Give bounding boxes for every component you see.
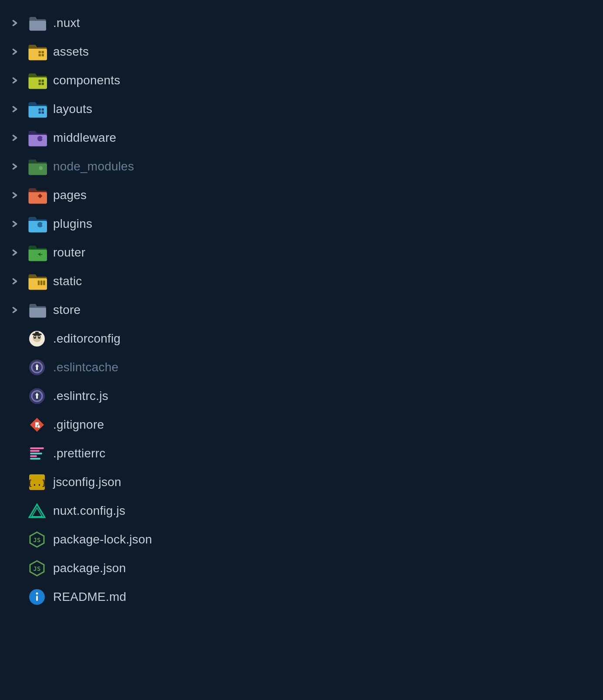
folder-icon-assets [27,42,47,62]
no-chevron [9,361,21,373]
tree-item-editorconfig[interactable]: .editorconfig [0,324,603,353]
tree-item-eslintrc[interactable]: .eslintrc.js [0,382,603,410]
folder-icon-nuxt [27,13,47,33]
svg-rect-6 [39,83,41,85]
item-label-components: components [53,73,121,88]
svg-text:JS: JS [33,565,40,572]
item-label-packagejson: package.json [53,560,126,576]
no-chevron [9,476,21,488]
svg-rect-18 [40,280,42,285]
tree-item-packagejson[interactable]: JS package.json [0,554,603,583]
tree-item-readme[interactable]: README.md [0,583,603,611]
chevron-icon [9,218,21,230]
no-chevron [9,390,21,402]
svg-rect-35 [36,395,38,399]
tree-item-router[interactable]: router [0,238,603,267]
chevron-icon [9,189,21,201]
item-label-static: static [53,273,82,289]
file-icon-packagejson: JS [27,558,47,578]
svg-point-24 [34,336,36,337]
chevron-icon [9,17,21,29]
svg-rect-27 [35,332,39,335]
item-label-jsconfig: jsconfig.json [53,474,121,490]
item-label-nuxtconfig: nuxt.config.js [53,503,125,519]
tree-item-packagelock[interactable]: JS package-lock.json [0,525,603,554]
folder-icon-router [27,243,47,263]
tree-item-gitignore[interactable]: .gitignore [0,410,603,439]
svg-rect-0 [39,51,41,53]
tree-item-middleware[interactable]: middleware [0,123,603,152]
item-label-eslintrc: .eslintrc.js [53,388,108,404]
svg-rect-19 [43,280,45,285]
tree-item-prettierrc[interactable]: .prettierrc [0,439,603,468]
tree-item-pages[interactable]: pages [0,181,603,210]
svg-rect-31 [36,367,38,370]
tree-item-static[interactable]: static [0,267,603,296]
chevron-icon [9,74,21,87]
file-icon-eslintrc [27,386,47,406]
svg-point-15 [37,222,43,227]
item-label-prettierrc: .prettierrc [53,446,105,461]
folder-icon-middleware [27,128,47,148]
file-icon-packagelock: JS [27,530,47,550]
tree-item-layouts[interactable]: layouts [0,95,603,123]
svg-rect-5 [42,80,44,82]
item-label-nuxt: .nuxt [53,15,80,31]
chevron-icon [9,304,21,316]
item-label-gitignore: .gitignore [53,417,104,433]
tree-item-components[interactable]: components [0,66,603,95]
chevron-icon [9,275,21,287]
item-label-pages: pages [53,187,87,203]
svg-rect-7 [42,83,44,85]
no-chevron [9,591,21,603]
item-label-middleware: middleware [53,130,116,146]
folder-icon-node-modules [27,157,47,177]
folder-icon-layouts [27,99,47,119]
tree-item-plugins[interactable]: plugins [0,210,603,238]
tree-item-nuxtconfig[interactable]: nuxt.config.js [0,497,603,525]
tree-item-eslintcache[interactable]: .eslintcache [0,353,603,382]
svg-rect-38 [30,450,40,452]
svg-rect-17 [38,280,40,285]
svg-rect-8 [39,108,41,110]
chevron-icon [9,160,21,173]
folder-icon-pages [27,185,47,205]
svg-marker-44 [29,504,45,517]
tree-item-assets[interactable]: assets [0,37,603,66]
no-chevron [9,419,21,431]
chevron-icon [9,132,21,144]
svg-rect-1 [42,51,44,53]
folder-icon-store [27,300,47,320]
svg-rect-41 [30,458,40,460]
svg-rect-3 [42,54,44,56]
no-chevron [9,505,21,517]
file-icon-jsconfig: {..} [27,472,47,492]
tree-item-nuxt[interactable]: .nuxt [0,9,603,37]
item-label-assets: assets [53,44,89,60]
item-label-eslintcache: .eslintcache [53,360,118,375]
chevron-icon [9,103,21,115]
file-icon-editorconfig [27,329,47,349]
svg-rect-39 [30,453,42,454]
file-tree: .nuxt assets [0,9,603,611]
tree-item-node-modules[interactable]: node_modules [0,152,603,181]
folder-icon-static [27,271,47,291]
folder-icon-plugins [27,214,47,234]
svg-rect-2 [39,54,41,56]
svg-text:JS: JS [33,537,40,543]
item-label-store: store [53,302,80,318]
chevron-icon [9,46,21,58]
svg-rect-11 [42,111,44,113]
svg-rect-40 [30,455,37,457]
svg-marker-45 [32,508,42,517]
svg-rect-37 [30,447,44,449]
tree-item-store[interactable]: store [0,296,603,324]
svg-point-13 [42,137,44,140]
tree-item-jsconfig[interactable]: {..} jsconfig.json [0,468,603,497]
svg-point-36 [37,425,40,428]
svg-point-25 [39,336,40,337]
file-icon-gitignore [27,415,47,435]
svg-text:{..}: {..} [28,478,46,487]
svg-rect-51 [36,596,38,601]
item-label-router: router [53,245,85,260]
